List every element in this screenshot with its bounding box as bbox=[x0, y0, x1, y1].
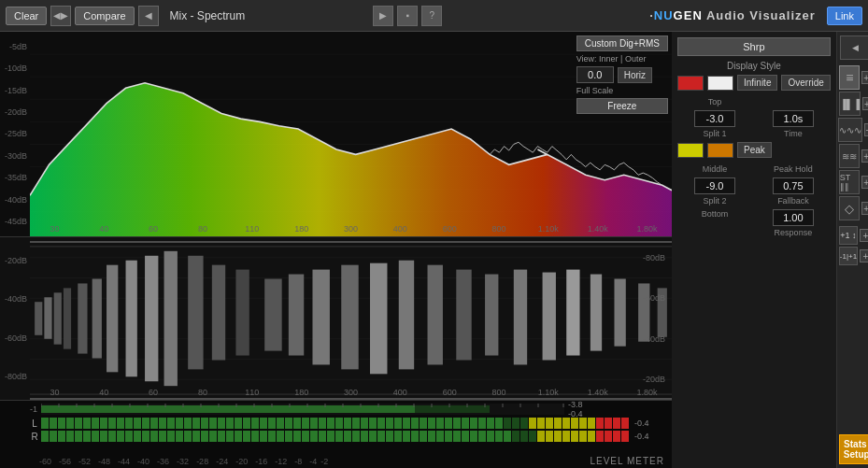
meter-cell bbox=[562, 431, 570, 442]
x-label: 110 bbox=[227, 224, 277, 234]
meter-cell bbox=[75, 431, 82, 442]
full-scale-label: Full Scale bbox=[576, 86, 668, 95]
middle-col: Middle bbox=[677, 164, 752, 174]
override-button[interactable]: Override bbox=[781, 75, 830, 91]
display-style-plus-3[interactable]: + bbox=[864, 123, 868, 136]
meter-cell bbox=[243, 431, 250, 442]
svg-rect-33 bbox=[428, 265, 443, 319]
scale-label: -8 bbox=[294, 457, 302, 466]
display-btn-6-row: ◇ + bbox=[839, 196, 868, 220]
plus1-button[interactable]: +1 ↕ bbox=[839, 226, 858, 245]
x-label: 1.80k bbox=[622, 224, 672, 234]
time-value[interactable]: 1.0s bbox=[773, 110, 814, 127]
meter-cell bbox=[251, 418, 259, 429]
meter-cell bbox=[319, 431, 326, 442]
meter-cell bbox=[100, 431, 107, 442]
play-button[interactable]: ▶ bbox=[373, 6, 393, 26]
meter-cell bbox=[394, 431, 402, 442]
minus1-plus1-button[interactable]: -1|+1 bbox=[839, 247, 858, 265]
svg-rect-32 bbox=[399, 261, 414, 319]
side-buttons-panel: ◀ ≡ + ▐▌▐ + ∿∿∿ + ≋≋ + ST ∥∥ + bbox=[836, 32, 868, 468]
meter-cell bbox=[159, 431, 166, 442]
bottom-response-row: Bottom 1.00 Response bbox=[677, 209, 831, 237]
stats-setup-button[interactable]: StatsSetup bbox=[839, 434, 868, 464]
display-style-plus-1[interactable]: + bbox=[861, 71, 868, 84]
display-style-bar-button[interactable]: ≡ bbox=[839, 65, 860, 90]
meter-cell bbox=[411, 431, 419, 442]
meter-cell bbox=[327, 418, 334, 429]
bars-y-axis: -20dB -40dB -60dB -80dB bbox=[0, 237, 30, 400]
display-style-st-button[interactable]: ST ∥∥ bbox=[839, 170, 860, 194]
prev-button[interactable]: ◀ bbox=[138, 6, 159, 26]
svg-rect-68 bbox=[428, 319, 443, 364]
freeze-button[interactable]: Freeze bbox=[576, 98, 668, 114]
x-label: 300 bbox=[326, 388, 376, 397]
meter-cell bbox=[462, 418, 469, 429]
display-style-plus-5[interactable]: + bbox=[861, 176, 868, 189]
x-label: 80 bbox=[178, 224, 228, 234]
meter-cell bbox=[167, 418, 175, 429]
display-style-plus-6[interactable]: + bbox=[861, 202, 868, 215]
peak-button[interactable]: Peak bbox=[737, 142, 772, 158]
horiz-button[interactable]: Horiz bbox=[618, 67, 652, 83]
svg-rect-73 bbox=[566, 319, 579, 356]
fallback-value[interactable]: 0.75 bbox=[773, 177, 814, 194]
time-label: Time bbox=[784, 129, 803, 138]
r-label: R bbox=[30, 432, 39, 442]
meter-cell bbox=[453, 418, 461, 429]
plus1-plus[interactable]: + bbox=[860, 229, 868, 242]
compare-button[interactable]: Compare bbox=[75, 7, 134, 25]
svg-rect-14 bbox=[35, 302, 42, 319]
meter-cell bbox=[192, 418, 200, 429]
color-swatch-orange bbox=[707, 143, 733, 158]
meter-cell bbox=[302, 418, 309, 429]
clear-button[interactable]: Clear bbox=[6, 7, 47, 25]
custom-dig-rms-button[interactable]: Custom Dig+RMS bbox=[576, 35, 668, 51]
meter-cell bbox=[117, 418, 124, 429]
meter-cell bbox=[310, 418, 318, 429]
split2-value[interactable]: -9.0 bbox=[694, 177, 735, 194]
r-meter-cells bbox=[41, 431, 629, 442]
split1-value[interactable]: -3.0 bbox=[694, 110, 735, 127]
split2-fallback-row: -9.0 Split 2 0.75 Fallback bbox=[677, 177, 831, 206]
spectrum-y-axis: -5dB -10dB -15dB -20dB -25dB -30dB -35dB… bbox=[0, 32, 30, 236]
meter-cell bbox=[310, 431, 318, 442]
meter-cell bbox=[184, 431, 192, 442]
scale-label: -40 bbox=[137, 457, 149, 466]
scale-label: -52 bbox=[78, 457, 91, 466]
svg-rect-40 bbox=[614, 278, 625, 319]
l-meter-cells bbox=[41, 418, 629, 429]
display-style-fill-button[interactable]: ≋≋ bbox=[839, 144, 860, 168]
display-style-wave-button[interactable]: ∿∿∿ bbox=[838, 118, 862, 142]
meter-cell bbox=[546, 431, 553, 442]
meter-cell bbox=[562, 418, 570, 429]
r-reading: -0.4 bbox=[634, 432, 668, 441]
link-button[interactable]: Link bbox=[827, 7, 862, 25]
meter-cell bbox=[302, 431, 309, 442]
svg-rect-53 bbox=[78, 319, 87, 354]
meter-cell bbox=[436, 431, 444, 442]
meter-cell bbox=[445, 431, 452, 442]
meter-cell bbox=[453, 431, 461, 442]
meter-cell bbox=[420, 418, 427, 429]
display-style-diamond-button[interactable]: ◇ bbox=[839, 196, 860, 220]
svg-rect-64 bbox=[312, 319, 329, 364]
response-value[interactable]: 1.00 bbox=[773, 209, 814, 226]
infinite-button[interactable]: Infinite bbox=[737, 75, 777, 91]
display-style-plus-2[interactable]: + bbox=[862, 97, 868, 110]
meter-cell bbox=[579, 418, 587, 429]
collapse-button[interactable]: ◀ bbox=[840, 35, 868, 60]
minus1-row: -1|+1 + bbox=[839, 247, 868, 265]
meter-cell bbox=[335, 418, 343, 429]
record-button[interactable]: ▪ bbox=[397, 6, 418, 26]
display-style-block-button[interactable]: ▐▌▐ bbox=[839, 92, 861, 116]
shrp-button[interactable]: Shrp bbox=[677, 37, 831, 56]
minus1-plus[interactable]: + bbox=[860, 249, 868, 262]
help-button[interactable]: ? bbox=[421, 6, 442, 26]
back-arrow-button[interactable]: ◀▶ bbox=[50, 6, 71, 26]
top-bar: Clear ◀▶ Compare ◀ Mix - Spectrum ▶ ▪ ? … bbox=[0, 0, 868, 32]
y-label: -30dB bbox=[0, 151, 30, 161]
display-style-plus-4[interactable]: + bbox=[861, 149, 868, 163]
meter-cell bbox=[478, 431, 486, 442]
svg-rect-58 bbox=[164, 319, 178, 386]
